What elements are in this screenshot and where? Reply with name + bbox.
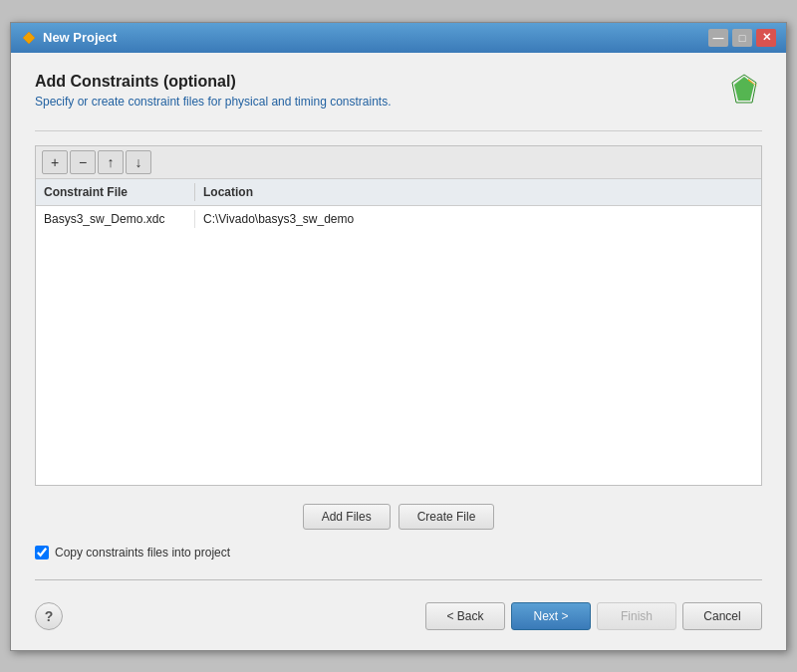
main-window: New Project — □ ✕ Add Constraints (optio… (10, 22, 787, 651)
table-toolbar: + − ↑ ↓ (36, 146, 761, 179)
create-file-button[interactable]: Create File (398, 504, 495, 530)
page-title: Add Constraints (optional) (35, 73, 392, 91)
move-down-button[interactable]: ↓ (126, 150, 151, 174)
down-arrow-icon: ↓ (135, 154, 142, 170)
title-bar-controls: — □ ✕ (708, 29, 776, 47)
copy-checkbox-row: Copy constraints files into project (35, 546, 762, 560)
footer-divider (35, 579, 762, 580)
nav-buttons: < Back Next > Finish Cancel (425, 602, 762, 630)
page-subtitle: Specify or create constraint files for p… (35, 95, 392, 109)
vivado-logo (726, 73, 762, 109)
title-bar: New Project — □ ✕ (11, 23, 786, 53)
constraint-table-area: + − ↑ ↓ Constraint File Location (35, 145, 762, 486)
copy-constraints-label: Copy constraints files into project (55, 546, 230, 560)
file-button-row: Add Files Create File (35, 504, 762, 530)
nav-row: ? < Back Next > Finish Cancel (35, 598, 762, 634)
table-body: Basys3_sw_Demo.xdc C:\Vivado\basys3_sw_d… (36, 206, 761, 485)
col-header-constraint: Constraint File (36, 183, 195, 201)
header-text: Add Constraints (optional) Specify or cr… (35, 73, 392, 109)
main-content: Add Constraints (optional) Specify or cr… (11, 53, 786, 650)
add-row-button[interactable]: + (42, 150, 68, 174)
window-icon (21, 30, 37, 46)
col-header-location: Location (195, 183, 761, 201)
cancel-button[interactable]: Cancel (682, 602, 762, 630)
header-divider (35, 130, 762, 131)
finish-button: Finish (597, 602, 676, 630)
help-button[interactable]: ? (35, 602, 63, 630)
maximize-button[interactable]: □ (732, 29, 752, 47)
window-title: New Project (43, 30, 117, 45)
up-arrow-icon: ↑ (108, 154, 115, 170)
table-row[interactable]: Basys3_sw_Demo.xdc C:\Vivado\basys3_sw_d… (36, 206, 761, 232)
page-header: Add Constraints (optional) Specify or cr… (35, 73, 762, 109)
next-button[interactable]: Next > (511, 602, 591, 630)
copy-constraints-checkbox[interactable] (35, 546, 49, 560)
back-button[interactable]: < Back (425, 602, 505, 630)
svg-marker-1 (734, 77, 754, 101)
title-bar-left: New Project (21, 30, 117, 46)
cell-location: C:\Vivado\basys3_sw_demo (195, 210, 761, 228)
cell-constraint-file: Basys3_sw_Demo.xdc (36, 210, 195, 228)
remove-row-button[interactable]: − (70, 150, 96, 174)
svg-marker-0 (23, 32, 35, 44)
move-up-button[interactable]: ↑ (98, 150, 124, 174)
table-header: Constraint File Location (36, 179, 761, 206)
add-icon: + (51, 154, 59, 170)
close-button[interactable]: ✕ (756, 29, 776, 47)
minimize-button[interactable]: — (708, 29, 728, 47)
remove-icon: − (79, 154, 87, 170)
add-files-button[interactable]: Add Files (303, 504, 391, 530)
